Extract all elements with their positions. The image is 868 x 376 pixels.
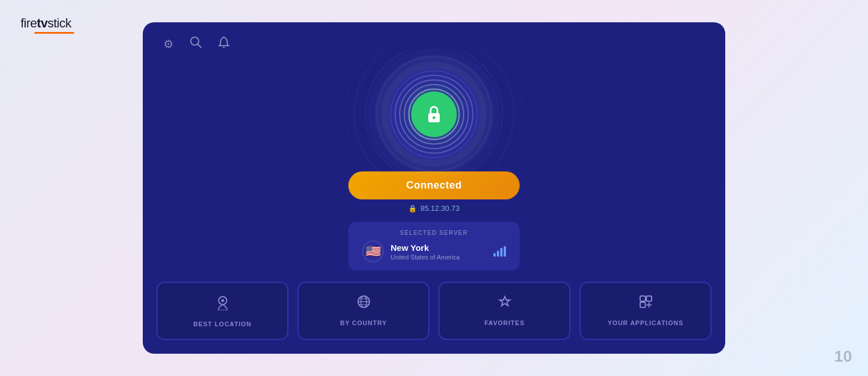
server-country: United States of America [391, 254, 487, 261]
ip-lock-icon: 🔒 [408, 205, 417, 213]
lock-icon [425, 104, 443, 125]
main-panel: ⚙ [143, 22, 725, 354]
ip-address: 85.12.30.73 [420, 204, 460, 213]
svg-point-15 [433, 117, 436, 119]
best-location-icon [215, 294, 230, 314]
flag-circle: 🇺🇸 [362, 241, 384, 262]
your-applications-label: YOUR APPLICATIONS [608, 319, 684, 326]
flag-emoji: 🇺🇸 [365, 244, 381, 259]
connected-button[interactable]: Connected [348, 171, 520, 199]
server-info-row: 🇺🇸 New York United States of America [362, 241, 506, 262]
vpn-circle-outer[interactable] [388, 69, 480, 160]
notification-icon[interactable] [218, 36, 230, 51]
server-text: New York United States of America [391, 243, 487, 261]
vpn-circle-container: Connected 🔒 85.12.30.73 SELECTED SERVER … [348, 69, 520, 270]
svg-rect-23 [640, 296, 645, 301]
nav-card-favorites[interactable]: FAVORITES [439, 282, 570, 340]
logo-tv: tv [37, 16, 48, 30]
favorites-label: FAVORITES [484, 319, 525, 326]
top-bar: ⚙ [143, 22, 725, 51]
favorites-icon [497, 294, 512, 313]
firetv-logo: firetvstick [21, 16, 74, 34]
server-city: New York [391, 243, 487, 253]
logo-stick: stick [47, 16, 71, 30]
by-country-icon [356, 294, 371, 313]
your-applications-icon [638, 294, 653, 313]
by-country-label: BY COUNTRY [340, 319, 387, 326]
search-icon[interactable] [190, 36, 202, 51]
vpn-inner-circle[interactable] [411, 91, 457, 137]
signal-bar-3 [500, 248, 503, 257]
signal-bar-4 [504, 246, 506, 257]
logo-fire: fire [21, 16, 37, 30]
svg-rect-25 [640, 302, 645, 307]
selected-server-card[interactable]: SELECTED SERVER 🇺🇸 New York United State… [348, 222, 520, 270]
firetv-logo-text: firetvstick [21, 16, 71, 31]
logo-underline [34, 32, 74, 34]
nav-card-your-applications[interactable]: YOUR APPLICATIONS [580, 282, 712, 340]
nav-card-by-country[interactable]: BY COUNTRY [298, 282, 429, 340]
svg-point-2 [223, 47, 225, 49]
svg-rect-24 [646, 296, 652, 301]
selected-server-label: SELECTED SERVER [362, 230, 506, 236]
svg-point-17 [221, 299, 224, 302]
signal-bar-2 [497, 251, 499, 257]
signal-bar-1 [493, 253, 496, 257]
ip-row: 🔒 85.12.30.73 [408, 204, 460, 213]
signal-bars [493, 246, 506, 257]
svg-line-1 [198, 45, 202, 48]
best-location-label: BEST LOCATION [193, 321, 251, 327]
bottom-nav: BEST LOCATION BY COUNTRY FAVORITES [143, 282, 725, 354]
watermark: 10 [834, 347, 852, 366]
nav-card-best-location[interactable]: BEST LOCATION [156, 282, 288, 340]
settings-icon[interactable]: ⚙ [163, 37, 174, 51]
